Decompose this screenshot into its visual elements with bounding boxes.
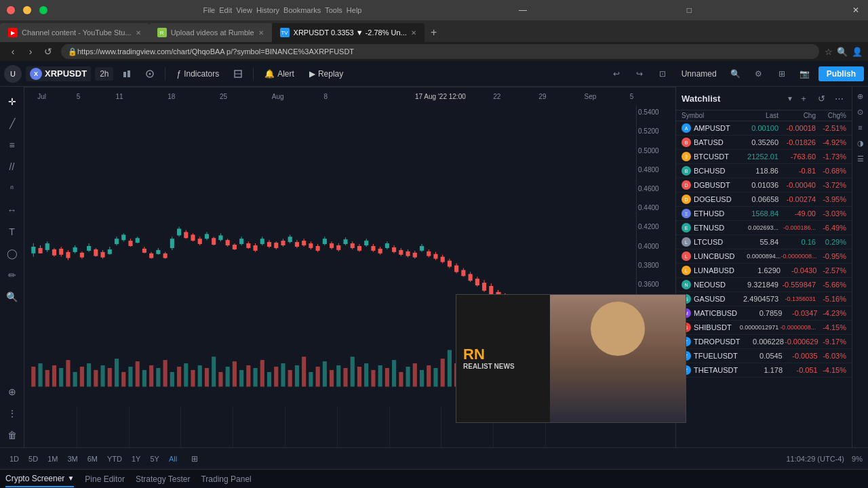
undo-button[interactable]: ↩ (607, 64, 626, 83)
star-icon[interactable]: ☆ (825, 47, 833, 57)
period-5d[interactable]: 5D (24, 453, 42, 464)
period-1m[interactable]: 1M (43, 453, 62, 464)
wl-item-thetausdt[interactable]: TTHETAUSDT 1.178 -0.051 -4.15% (676, 363, 852, 378)
horizontal-line-tool[interactable]: ≡ (3, 136, 22, 155)
search-icon[interactable]: 🔍 (837, 47, 848, 57)
draw-tools-button[interactable] (140, 64, 159, 83)
tools-menu[interactable]: Tools (325, 6, 342, 14)
brush-tool[interactable]: ✏ (3, 266, 22, 285)
wl-item-batusd[interactable]: BBATUSD 0.35260 -0.01826 -4.92% (676, 136, 852, 150)
wl-item-neousd[interactable]: NNEOUSD 9.321849 -0.559847 -5.66% (676, 278, 852, 292)
wl-item-luncbusd[interactable]: LLUNCBUSD 0.0000894... -0.0000008... -0.… (676, 249, 852, 264)
more-tools[interactable]: ⋮ (3, 404, 22, 423)
snapshot-button[interactable]: 📷 (795, 64, 814, 83)
wl-item-tfuelusdt[interactable]: TTFUELUSDT 0.0545 -0.0035 -6.03% (676, 349, 852, 363)
shapes-tool[interactable]: ◯ (3, 244, 22, 263)
view-menu[interactable]: View (236, 6, 252, 14)
forward-button[interactable]: › (23, 44, 38, 59)
file-menu[interactable]: File (203, 6, 216, 14)
compare-button[interactable] (117, 64, 136, 83)
wl-item-gasusd[interactable]: GGASUSD 2.4904573 -0.1356031 -5.16% (676, 292, 852, 306)
draw-line-tool[interactable]: ╱ (3, 114, 22, 133)
video-overlay[interactable]: RN REALIST NEWS (456, 294, 686, 423)
wl-item-dgbusdt[interactable]: DDGBUSDT 0.01036 -0.00040 -3.72% (676, 178, 852, 192)
crypto-screener-tab[interactable]: Crypto Screener ▼ (5, 471, 74, 487)
period-1y[interactable]: 1Y (127, 453, 144, 464)
rt-btn-4[interactable]: ◑ (854, 136, 867, 150)
rt-btn-1[interactable]: ⊕ (854, 89, 867, 103)
more-watchlist-options[interactable]: ⋯ (831, 91, 846, 106)
strategy-tester-tab[interactable]: Strategy Tester (136, 472, 190, 487)
cursor-tool[interactable]: ✛ (3, 92, 22, 111)
tab-rumble[interactable]: R Upload videos at Rumble ✕ (149, 23, 272, 42)
period-ytd[interactable]: YTD (103, 453, 126, 464)
search-button[interactable]: 🔍 (726, 64, 745, 83)
url-input[interactable]: 🔒 https://www.tradingview.com/chart/Qhqo… (61, 44, 819, 59)
publish-button[interactable]: Publish (818, 66, 864, 81)
wl-item-tdropusdt[interactable]: TTDROPUSDT 0.006228 -0.000629 -9.17% (676, 335, 852, 349)
profile-button[interactable]: U (4, 65, 22, 83)
wl-item-shibusdt[interactable]: SSHIBUSDT 0.0000012971 -0.0000008... -4.… (676, 321, 852, 335)
period-5y[interactable]: 5Y (146, 453, 163, 464)
tab-youtube-close[interactable]: ✕ (136, 29, 141, 37)
bookmarks-menu[interactable]: Bookmarks (283, 6, 321, 14)
period-3m[interactable]: 3M (63, 453, 81, 464)
period-1d[interactable]: 1D (5, 453, 23, 464)
period-all[interactable]: All (165, 453, 181, 464)
profile-icon[interactable]: 👤 (852, 47, 863, 57)
tab-tv-close[interactable]: ✕ (411, 29, 416, 37)
win-minimize[interactable]: — (517, 5, 528, 16)
tab-rumble-close[interactable]: ✕ (258, 29, 264, 37)
tab-tradingview[interactable]: TV XRPUSDT 0.3353 ▼ -2.78% Un... ✕ (272, 23, 425, 42)
layout-button[interactable]: ⊞ (772, 64, 791, 83)
rt-btn-3[interactable]: ≡ (854, 121, 867, 134)
fullscreen-toggle[interactable]: ⊡ (653, 64, 672, 83)
wl-item-ltcusd[interactable]: LLTCUSD 55.84 0.16 0.29% (676, 235, 852, 249)
wl-item-dogeusd[interactable]: DDOGEUSD 0.06658 -0.00274 -3.95% (676, 192, 852, 207)
back-button[interactable]: ‹ (5, 44, 20, 59)
wl-item-ethusd[interactable]: ΞETHUSD 1568.84 -49.00 -3.03% (676, 207, 852, 221)
edit-menu[interactable]: Edit (219, 6, 232, 14)
indicators-button[interactable]: ƒ Indicators (171, 67, 224, 81)
compare-bar-btn[interactable]: ⊞ (185, 449, 204, 468)
help-menu[interactable]: Help (347, 6, 362, 14)
new-tab-button[interactable]: + (425, 23, 443, 42)
rt-btn-5[interactable]: ☰ (854, 152, 867, 165)
replay-button[interactable]: ▶ Replay (304, 67, 349, 81)
maximize-window-btn[interactable] (39, 6, 47, 14)
wl-item-etnusd[interactable]: EETNUSD 0.002693... -0.000186... -6.49% (676, 221, 852, 235)
wl-item-ampusdt[interactable]: AAMPUSDT 0.00100 -0.00018 -2.51% (676, 121, 852, 136)
close-window-btn[interactable] (7, 6, 15, 14)
fib-tool[interactable]: ⁿ (3, 179, 22, 198)
wl-item-btcusdt[interactable]: ₿BTCUSDT 21252.01 -763.60 -1.73% (676, 150, 852, 164)
refresh-watchlist-button[interactable]: ↺ (814, 91, 829, 106)
watchlist-title[interactable]: Watchlist (682, 94, 784, 104)
wl-item-maticbusd[interactable]: MMATICBUSD 0.7859 -0.0347 -4.23% (676, 306, 852, 321)
history-menu[interactable]: History (256, 6, 279, 14)
alert-button[interactable]: 🔔 Alert (259, 67, 300, 81)
trading-panel-tab[interactable]: Trading Panel (201, 472, 251, 487)
unnamed-button[interactable]: Unnamed (676, 67, 722, 81)
minimize-window-btn[interactable] (23, 6, 31, 14)
watchlist-dropdown-icon[interactable]: ▼ (787, 95, 793, 102)
channel-tool[interactable]: // (3, 157, 22, 176)
wl-item-lunabusd[interactable]: LLUNABUSD 1.6290 -0.0430 -2.57% (676, 264, 852, 278)
rt-btn-2[interactable]: ⊙ (854, 105, 867, 119)
settings-button[interactable]: ⚙ (749, 64, 768, 83)
redo-button[interactable]: ↪ (630, 64, 649, 83)
interval-selector[interactable]: 2h (95, 67, 113, 81)
zoom-tool[interactable]: 🔍 (3, 287, 22, 306)
trash-tool[interactable]: 🗑 (3, 426, 22, 445)
refresh-button[interactable]: ↺ (41, 44, 56, 59)
add-symbol-button[interactable]: + (796, 91, 811, 106)
wl-item-bchusd[interactable]: BBCHUSD 118.86 -0.81 -0.68% (676, 164, 852, 178)
win-close[interactable]: ✕ (850, 5, 861, 16)
drawing-toolbar-btn[interactable] (229, 64, 248, 83)
text-tool[interactable]: T (3, 222, 22, 241)
win-restore[interactable]: □ (684, 5, 694, 16)
pine-editor-tab[interactable]: Pine Editor (85, 472, 125, 487)
period-6m[interactable]: 6M (83, 453, 102, 464)
magnet-tool[interactable]: ⊕ (3, 382, 22, 401)
measure-tool[interactable]: ↔ (3, 201, 22, 220)
symbol-selector[interactable]: X XRPUSDT (26, 66, 91, 81)
